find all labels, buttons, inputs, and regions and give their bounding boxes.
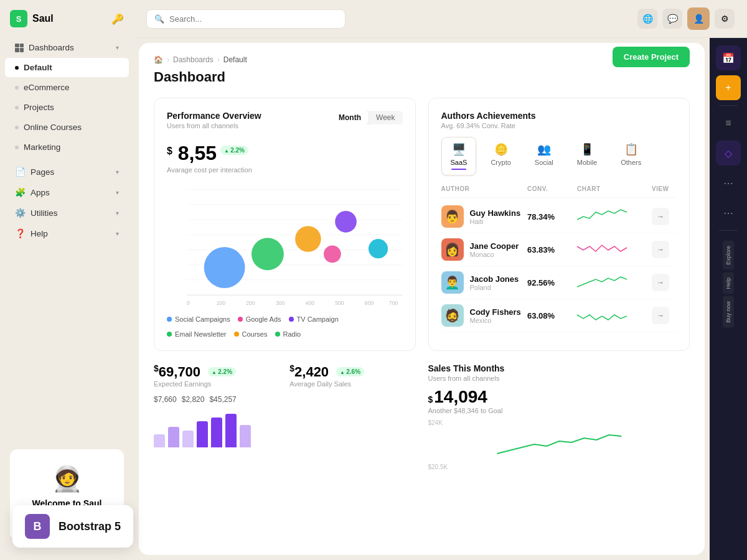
author-country-2: Monaco — [470, 251, 519, 258]
others-icon: 📋 — [624, 142, 638, 156]
authors-title: Authors Achievements — [441, 111, 536, 121]
author-conv-1: 78.34% — [527, 212, 577, 222]
chevron-icon: ▾ — [116, 44, 119, 51]
author-name-1: Guy Hawkins — [470, 208, 521, 218]
earnings-badge: 2.2% — [208, 367, 236, 376]
sidebar: S Saul 🔑 Dashboards ▾ Default eCo — [0, 0, 134, 560]
sidebar-item-marketing[interactable]: Marketing — [5, 138, 129, 157]
create-project-button[interactable]: Create Project — [613, 47, 690, 67]
legend-dot-radio — [275, 332, 280, 337]
amount-3: $45,257 — [209, 395, 236, 404]
stats-row: $69,700 2.2% Expected Earnings $2,420 — [154, 363, 690, 470]
sidebar-item-projects[interactable]: Projects — [5, 98, 129, 117]
rp-calendar-icon[interactable]: 📅 — [716, 45, 741, 70]
author-info-4: 🧔 Cody Fishers Mexico — [441, 304, 528, 327]
svg-text:300: 300 — [276, 300, 285, 306]
legend-dot-social — [167, 317, 172, 322]
mini-chart-3 — [577, 273, 627, 292]
rp-more-icon[interactable]: ⋯ — [716, 170, 741, 195]
nav-dot — [15, 106, 19, 110]
cat-label-social: Social — [535, 159, 553, 166]
chart-legend: Social Campaigns Google Ads TV Campaign — [167, 315, 403, 338]
svg-text:0: 0 — [187, 300, 190, 306]
svg-text:500: 500 — [335, 300, 344, 306]
back-button[interactable]: 🔑 — [111, 13, 124, 25]
legend-label-tv: TV Campaign — [297, 315, 339, 323]
authors-subtitle: Avg. 69.34% Conv. Rate — [441, 122, 536, 129]
bar-1 — [154, 434, 165, 447]
bar-4 — [197, 421, 208, 447]
rp-menu-icon[interactable]: ≡ — [716, 111, 741, 136]
sidebar-item-ecommerce[interactable]: eCommerce — [5, 78, 129, 97]
sidebar-item-help[interactable]: ❓ Help ▾ — [5, 223, 129, 243]
search-input[interactable] — [169, 14, 337, 24]
sidebar-item-pages[interactable]: 📄 Pages ▾ — [5, 162, 129, 182]
notifications-icon[interactable]: 🌐 — [637, 9, 657, 29]
earnings-label: Expected Earnings — [154, 380, 280, 388]
bar-7 — [240, 425, 251, 447]
main-area: 🔍 🌐 💬 👤 ⚙ 🏠 › Dashboards › Default Dashb… — [134, 0, 747, 560]
bootstrap-text: Bootstrap 5 — [59, 520, 121, 533]
app-name: Saul — [32, 13, 54, 24]
sidebar-item-dashboards[interactable]: Dashboards ▾ — [5, 38, 129, 57]
view-btn-4[interactable]: → — [652, 307, 669, 324]
author-conv-4: 63.08% — [527, 311, 577, 320]
sidebar-item-default[interactable]: Default — [5, 58, 129, 77]
header-conv: CONV. — [527, 185, 577, 192]
cat-tab-crypto[interactable]: 🪙 Crypto — [481, 137, 520, 175]
sidebar-item-utilities[interactable]: ⚙️ Utilities ▾ — [5, 203, 129, 223]
explore-label[interactable]: Explore — [723, 241, 734, 270]
bar-3 — [182, 431, 194, 447]
user-avatar[interactable]: 👤 — [687, 7, 710, 30]
search-box[interactable]: 🔍 — [146, 9, 345, 29]
author-row-1: 👨 Guy Hawkins Haiti 78.34% → — [441, 200, 677, 233]
header-author: AUTHOR — [441, 185, 528, 192]
buy-now-label[interactable]: Buy now — [723, 296, 734, 328]
rp-more2-icon[interactable]: ⋯ — [716, 200, 741, 225]
svg-point-19 — [335, 211, 357, 233]
sidebar-item-apps[interactable]: 🧩 Apps ▾ — [5, 182, 129, 202]
month-toggle[interactable]: Month — [331, 111, 369, 124]
author-name-4: Cody Fishers — [470, 307, 521, 317]
author-country-1: Haiti — [470, 218, 521, 225]
chevron-icon: ▾ — [116, 189, 119, 196]
legend-dot-courses — [234, 332, 239, 337]
nav-label-default: Default — [24, 63, 52, 72]
crypto-icon: 🪙 — [494, 142, 508, 156]
svg-text:400: 400 — [306, 300, 315, 306]
saas-icon: 🖥️ — [452, 142, 466, 156]
svg-text:200: 200 — [246, 300, 255, 306]
breadcrumb-dashboards[interactable]: Dashboards — [173, 55, 214, 64]
earnings-card: $69,700 2.2% Expected Earnings $2,420 — [154, 363, 416, 470]
cat-tab-saas[interactable]: 🖥️ SaaS — [441, 137, 477, 175]
week-toggle[interactable]: Week — [369, 111, 402, 124]
avatar-guy-hawkins: 👨 — [441, 205, 464, 228]
amount-1: $7,660 — [154, 395, 177, 404]
svg-text:100: 100 — [217, 300, 226, 306]
rp-divider-1 — [719, 105, 738, 106]
nav-label-projects: Projects — [24, 103, 54, 112]
view-btn-1[interactable]: → — [652, 208, 669, 225]
sidebar-item-online-courses[interactable]: Online Courses — [5, 118, 129, 137]
legend-email: Email Newsletter — [167, 330, 227, 338]
topbar: 🔍 🌐 💬 👤 ⚙ — [134, 0, 747, 38]
cat-tab-others[interactable]: 📋 Others — [611, 137, 651, 175]
dashboard-grid: Performance Overview Users from all chan… — [154, 98, 690, 351]
cat-label-others: Others — [621, 159, 641, 166]
performance-value: $ 8,55 — [167, 142, 217, 165]
view-btn-3[interactable]: → — [652, 274, 669, 291]
rp-add-icon[interactable]: + — [716, 75, 741, 100]
topbar-right: 🌐 💬 👤 ⚙ — [637, 7, 735, 30]
view-btn-2[interactable]: → — [652, 241, 669, 258]
cat-tab-social[interactable]: 👥 Social — [525, 137, 563, 175]
grid-icon — [15, 44, 24, 52]
welcome-illustration: 🧑‍🚀 — [20, 464, 114, 493]
settings-icon[interactable]: ⚙ — [715, 9, 735, 29]
messages-icon[interactable]: 💬 — [662, 9, 682, 29]
performance-card: Performance Overview Users from all chan… — [154, 98, 416, 351]
authors-table-header: AUTHOR CONV. CHART VIEW — [441, 185, 677, 198]
cat-tab-mobile[interactable]: 📱 Mobile — [568, 137, 606, 175]
help-label[interactable]: Help — [723, 273, 734, 294]
rp-code-icon[interactable]: ◇ — [716, 141, 741, 166]
performance-badge: 2.2% — [220, 146, 248, 155]
